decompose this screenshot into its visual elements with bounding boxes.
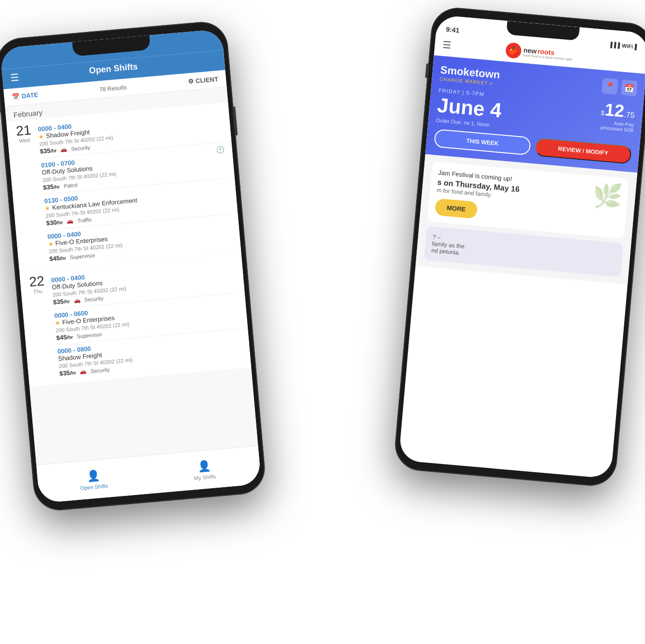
content-section: 🌿 Jam Festival is coming up! s on Thursd…	[416, 154, 638, 284]
shift-pay: $35/hr	[43, 182, 60, 191]
wifi-icon: WiFi	[622, 43, 633, 49]
app-title: Open Shifts	[89, 61, 138, 76]
this-week-button[interactable]: THIS WEEK	[434, 129, 531, 155]
car-icon: 🚗	[66, 218, 74, 225]
more-button[interactable]: MORE	[435, 198, 478, 219]
shift-type: Supervisor	[76, 331, 102, 339]
my-shifts-label: My Shifts	[194, 473, 216, 481]
shift-type: Traffic	[77, 216, 92, 224]
left-screen: ☰ Open Shifts 📅 DATE 78 Results ⚙ CLIENT…	[0, 29, 261, 503]
day-number-22: 22 Thu	[28, 274, 54, 382]
shift-pay: $45/hr	[49, 254, 66, 263]
shifts-day-21: 0000 - 0400 ★ Shadow Freight 200 South 7…	[37, 107, 233, 266]
car-icon: 🚗	[74, 297, 81, 303]
car-icon: 🚗	[80, 368, 87, 375]
signal-icon: ▐▐▐	[608, 42, 620, 48]
right-screen: 9:41 ▐▐▐ WiFi ▌ ☰ 🍎 new roots	[399, 15, 645, 479]
phone-left: ☰ Open Shifts 📅 DATE 78 Results ⚙ CLIENT…	[0, 20, 267, 512]
location-icon-btn[interactable]: 📍	[601, 78, 618, 95]
shift-pay: $45/hr	[56, 333, 74, 342]
side-button-volume	[0, 98, 0, 112]
brand-text: new roots fresh food is a basic human ri…	[523, 46, 574, 61]
event-card: 🌿 Jam Festival is coming up! s on Thursd…	[427, 162, 629, 239]
shift-pay: $35/hr	[53, 297, 70, 306]
battery-icon: ▌	[635, 44, 639, 50]
scene: ☰ Open Shifts 📅 DATE 78 Results ⚙ CLIENT…	[0, 0, 645, 644]
date-filter-label: DATE	[21, 91, 39, 100]
event-decoration: 🌿	[591, 180, 624, 211]
shift-pay: $35/hr	[40, 146, 57, 155]
nav-my-shifts[interactable]: 👤 My Shifts	[148, 451, 261, 489]
shift-type: Security	[90, 366, 110, 374]
client-filter[interactable]: ⚙ CLIENT	[188, 75, 219, 85]
calendar-icon-btn[interactable]: 📅	[621, 79, 638, 96]
shift-type: Supervisor	[70, 252, 95, 260]
day-num: 22	[28, 274, 46, 289]
my-shifts-icon: 👤	[197, 459, 211, 473]
shift-type: Security	[71, 144, 90, 151]
side-button-power	[233, 106, 238, 135]
star-icon: ★	[48, 240, 54, 247]
brand-logo: 🍎 new roots fresh food is a basic human …	[505, 42, 573, 63]
shift-pay: $35/hr	[59, 369, 76, 377]
brand-icon: 🍎	[505, 42, 522, 59]
shifts-day-22: 0000 - 0400 Off-Duty Solutions 200 South…	[51, 257, 243, 380]
star-icon: ★	[45, 205, 50, 212]
filter-icon: ⚙	[188, 77, 194, 85]
hamburger-icon-left[interactable]: ☰	[10, 71, 19, 83]
side-button-volume-right	[425, 63, 429, 78]
open-shifts-icon: 👤	[86, 469, 100, 482]
hamburger-icon-right[interactable]: ☰	[442, 39, 452, 51]
clock-icon: 🕐	[216, 145, 225, 153]
date-filter[interactable]: 📅 DATE	[12, 91, 39, 101]
hero-section: 📍 📅 Smoketown CHANGE MARKET > FRIDAY | 5…	[425, 55, 645, 173]
status-icons: ▐▐▐ WiFi ▌	[608, 42, 639, 50]
open-shifts-label: Open Shifts	[80, 482, 108, 491]
phone-right: 9:41 ▐▐▐ WiFi ▌ ☰ 🍎 new roots	[393, 6, 645, 488]
calendar-icon: 📅	[12, 93, 20, 101]
day-group-22: 22 Thu 0000 - 0400 Off-Duty Solutions 20…	[19, 253, 251, 387]
star-icon: ★	[55, 319, 60, 327]
client-filter-label: CLIENT	[195, 75, 219, 85]
shift-pay: $30/hr	[46, 218, 63, 227]
shift-type: Security	[84, 295, 104, 302]
day-group-21: 21 Wed 0000 - 0400 ★ Shadow Freight	[6, 102, 241, 272]
nav-open-shifts[interactable]: 👤 Open Shifts	[37, 461, 150, 498]
review-modify-button[interactable]: REVIEW / MODIFY	[534, 137, 632, 164]
car-icon: 🚗	[60, 146, 67, 153]
shifts-list: February 21 Wed 0000 - 0400 ★	[5, 87, 260, 484]
star-icon: ★	[38, 133, 44, 140]
day-num: 21	[15, 123, 33, 138]
hero-action-icons: 📍 📅	[601, 78, 638, 96]
status-time: 9:41	[446, 25, 460, 34]
price-section: $12.75 Auto-Pay processes 5/28	[600, 99, 636, 133]
shift-type: Patrol	[63, 181, 78, 188]
